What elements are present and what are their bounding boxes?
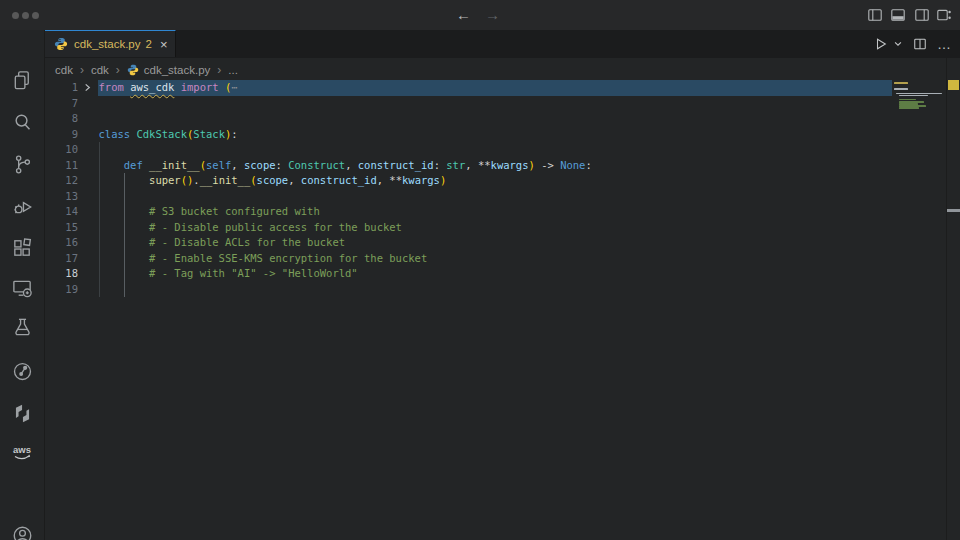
- explorer-icon[interactable]: [0, 60, 44, 100]
- run-python-file-icon[interactable]: [874, 37, 888, 51]
- toggle-panel-icon[interactable]: [890, 7, 906, 23]
- editor-actions: …: [874, 30, 952, 58]
- split-editor-icon[interactable]: [913, 37, 927, 51]
- line-number: 17: [44, 251, 78, 267]
- breadcrumb-item[interactable]: cdk: [55, 64, 73, 76]
- minimap[interactable]: [892, 80, 945, 510]
- window-control-dot[interactable]: [22, 12, 29, 19]
- line-number: 10: [44, 142, 78, 158]
- tab-close-icon[interactable]: ×: [160, 37, 168, 52]
- window-control-dot[interactable]: [32, 12, 39, 19]
- vscode-window: ← →: [0, 0, 960, 540]
- code-line[interactable]: # - Enable SSE-KMS encryption for the bu…: [99, 251, 428, 267]
- nav-back-icon[interactable]: ←: [456, 4, 471, 26]
- python-icon: [54, 37, 68, 51]
- svg-text:aws: aws: [13, 444, 31, 455]
- line-number: 18: [44, 266, 78, 282]
- code-line[interactable]: # - Disable ACLs for the bucket: [99, 235, 346, 251]
- breadcrumb: cdk›cdk›cdk_stack.py›...: [55, 60, 238, 80]
- circle-branch-icon[interactable]: [0, 351, 44, 391]
- tab-filename: cdk_stack.py: [74, 38, 140, 50]
- breadcrumb-item[interactable]: cdk_stack.py: [127, 64, 210, 76]
- terraform-icon[interactable]: [0, 393, 44, 433]
- breadcrumb-separator: ›: [80, 63, 84, 77]
- more-actions-icon[interactable]: …: [937, 39, 952, 49]
- code-line[interactable]: # - Tag with "AI" -> "HelloWorld": [99, 266, 358, 282]
- toggle-secondary-sidebar-icon[interactable]: [914, 7, 930, 23]
- tab-cdk-stack-py[interactable]: cdk_stack.py 2 ×: [45, 30, 176, 57]
- line-number: 13: [44, 189, 78, 205]
- code-line[interactable]: # S3 bucket configured with: [99, 204, 320, 220]
- run-and-debug-icon[interactable]: [0, 186, 44, 226]
- breadcrumb-item[interactable]: cdk: [91, 64, 109, 76]
- line-number: 12: [44, 173, 78, 189]
- breadcrumb-separator: ›: [217, 63, 221, 77]
- tab-problems-badge: 2: [145, 38, 151, 50]
- line-number: 1: [44, 80, 78, 96]
- line-number: 19: [44, 282, 78, 298]
- minimap-line: [894, 82, 908, 84]
- minimap-line: [899, 95, 928, 97]
- overview-ruler-border: [946, 58, 947, 540]
- testing-icon[interactable]: [0, 307, 44, 347]
- account-icon[interactable]: [0, 515, 44, 540]
- python-icon: [127, 64, 139, 76]
- source-control-icon[interactable]: [0, 144, 44, 184]
- run-dropdown-chevron-icon[interactable]: [893, 39, 903, 49]
- indent-guide: [99, 142, 100, 297]
- overview-warning-marker: [948, 80, 959, 90]
- remote-explorer-icon[interactable]: [0, 268, 44, 308]
- fold-expand-icon[interactable]: [83, 80, 95, 96]
- line-number: 8: [44, 111, 78, 127]
- code-line[interactable]: super().__init__(scope, construct_id, **…: [99, 173, 447, 189]
- breadcrumb-separator: ›: [116, 63, 120, 77]
- code-line[interactable]: def __init__(self, scope: Construct, con…: [99, 158, 592, 174]
- toggle-primary-sidebar-icon[interactable]: [867, 7, 883, 23]
- line-number: 11: [44, 158, 78, 174]
- window-control-dot[interactable]: [12, 12, 19, 19]
- line-number: 9: [44, 127, 78, 143]
- customize-layout-icon[interactable]: [936, 7, 952, 23]
- line-number: 16: [44, 235, 78, 251]
- minimap-line: [896, 93, 942, 95]
- line-number: 7: [44, 96, 78, 112]
- overview-scroll-marker[interactable]: [947, 209, 960, 212]
- line-number: 14: [44, 204, 78, 220]
- minimap-line: [894, 88, 908, 90]
- nav-forward-icon[interactable]: →: [485, 4, 500, 26]
- code-line[interactable]: class CdkStack(Stack):: [99, 127, 238, 143]
- extensions-icon[interactable]: [0, 227, 44, 267]
- indent-guide-active: [124, 173, 125, 297]
- aws-icon[interactable]: aws: [0, 433, 44, 473]
- breadcrumb-item[interactable]: ...: [228, 64, 238, 76]
- line-number: 15: [44, 220, 78, 236]
- activity-bar: aws: [0, 30, 45, 540]
- code-line[interactable]: # - Disable public access for the bucket: [99, 220, 402, 236]
- titlebar: ← →: [0, 0, 960, 30]
- code-line[interactable]: from aws_cdk import (⋯: [99, 80, 238, 96]
- minimap-line: [899, 107, 919, 109]
- tab-bar: cdk_stack.py 2 × …: [45, 30, 960, 58]
- search-icon[interactable]: [0, 102, 44, 142]
